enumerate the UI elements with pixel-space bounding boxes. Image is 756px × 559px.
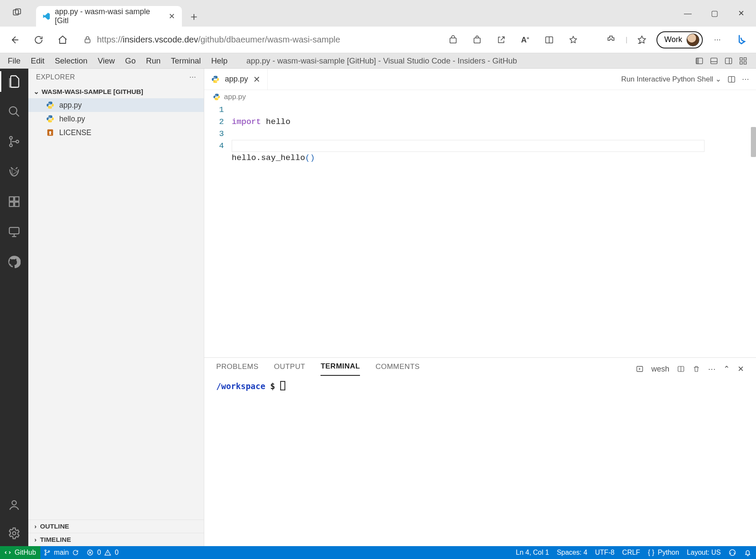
svg-point-14 — [9, 107, 17, 115]
activity-search-icon[interactable] — [6, 104, 22, 119]
file-item-hello-py[interactable]: hello.py — [28, 112, 204, 126]
menu-terminal[interactable]: Terminal — [171, 56, 201, 66]
indent-indicator[interactable]: Spaces: 4 — [557, 549, 587, 556]
run-interactive-shell-button[interactable]: Run Interactive Python Shell ⌄ — [621, 75, 721, 84]
close-editor-icon[interactable]: ✕ — [253, 74, 260, 85]
breadcrumb[interactable]: app.py — [204, 90, 756, 102]
python-icon — [213, 93, 221, 101]
menu-edit[interactable]: Edit — [31, 56, 45, 66]
svg-rect-10 — [740, 57, 743, 60]
panel-more-icon[interactable]: ⋯ — [708, 364, 716, 374]
read-aloud-icon[interactable]: A« — [516, 30, 535, 49]
browser-tab-title: app.py - wasm-wasi sample [Gitl — [55, 7, 164, 25]
more-icon[interactable]: ⋯ — [708, 30, 727, 49]
activity-explorer-icon[interactable] — [6, 74, 22, 89]
encoding-indicator[interactable]: UTF-8 — [595, 549, 614, 556]
more-actions-icon[interactable]: ⋯ — [742, 75, 749, 84]
maximize-panel-icon[interactable]: ⌃ — [723, 364, 730, 374]
panel-tab-problems[interactable]: PROBLEMS — [216, 363, 258, 375]
branch-indicator[interactable]: main — [44, 549, 79, 556]
activity-run-debug-icon[interactable] — [6, 164, 22, 179]
code-content[interactable]: import hello hello.say_hello() — [232, 102, 315, 357]
close-tab-icon[interactable]: ✕ — [169, 12, 175, 21]
close-panel-icon[interactable]: ✕ — [738, 364, 744, 374]
split-terminal-icon[interactable] — [677, 365, 685, 373]
minimap[interactable] — [315, 102, 362, 357]
maximize-button[interactable]: ▢ — [701, 0, 728, 27]
file-item-app-py[interactable]: app.py — [28, 98, 204, 112]
layout-customize-icon[interactable] — [738, 56, 748, 66]
kill-terminal-icon[interactable] — [692, 365, 700, 373]
workspace-header[interactable]: ⌄ WASM-WASI-SAMPLE [GITHUB] — [28, 85, 204, 98]
menu-help[interactable]: Help — [211, 56, 227, 66]
shopping-icon-2[interactable] — [468, 30, 487, 49]
terminal-launch-icon[interactable] — [636, 365, 644, 373]
terminal-shell-label[interactable]: wesh — [651, 365, 669, 374]
activity-extensions-icon[interactable] — [6, 194, 22, 209]
activity-github-icon[interactable] — [6, 254, 22, 269]
file-tree: app.py hello.py LICENSE — [28, 98, 204, 520]
favorites-list-icon[interactable] — [632, 30, 651, 49]
layout-panel-bottom-icon[interactable] — [709, 56, 719, 66]
notifications-icon[interactable] — [744, 549, 752, 556]
terminal[interactable]: /workspace $ — [204, 376, 756, 546]
tab-actions-icon[interactable] — [7, 3, 27, 23]
menu-view[interactable]: View — [98, 56, 115, 66]
problems-indicator[interactable]: 0 0 — [87, 549, 118, 556]
svg-rect-21 — [15, 197, 19, 201]
back-button[interactable] — [5, 30, 24, 49]
license-icon — [45, 128, 55, 137]
vscode-window: File Edit Selection View Go Run Terminal… — [0, 53, 756, 559]
terminal-cursor — [280, 381, 285, 390]
bing-icon[interactable] — [732, 30, 751, 49]
activity-settings-icon[interactable] — [6, 526, 22, 541]
activity-remote-icon[interactable] — [6, 224, 22, 239]
explorer-more-icon[interactable]: ⋯ — [189, 73, 197, 81]
browser-tab[interactable]: app.py - wasm-wasi sample [Gitl ✕ — [36, 6, 182, 27]
panel-tabs: PROBLEMS OUTPUT TERMINAL COMMENTS wesh ⋯… — [204, 358, 756, 376]
menu-file[interactable]: File — [8, 56, 21, 66]
panel-tab-output[interactable]: OUTPUT — [274, 363, 305, 375]
feedback-icon[interactable] — [729, 549, 736, 556]
eol-indicator[interactable]: CRLF — [622, 549, 640, 556]
outline-section[interactable]: › OUTLINE — [28, 520, 204, 533]
workspace-name: WASM-WASI-SAMPLE [GITHUB] — [42, 88, 143, 96]
new-tab-button[interactable]: ＋ — [185, 8, 203, 25]
url-scheme: https:// — [97, 35, 123, 44]
outline-label: OUTLINE — [40, 523, 69, 530]
open-external-icon[interactable] — [492, 30, 511, 49]
svg-point-23 — [12, 501, 16, 505]
activity-source-control-icon[interactable] — [6, 134, 22, 149]
shopping-icon[interactable] — [444, 30, 463, 49]
favorite-icon[interactable] — [564, 30, 583, 49]
menu-selection[interactable]: Selection — [55, 56, 88, 66]
layout-sidebar-right-icon[interactable] — [723, 56, 734, 66]
panel-tab-terminal[interactable]: TERMINAL — [321, 362, 360, 376]
minimize-button[interactable]: — — [674, 0, 701, 27]
address-bar[interactable]: https://insiders.vscode.dev/github/dbaeu… — [77, 30, 438, 49]
code-editor[interactable]: 1 2 3 4 import hello hello.say_hello() — [204, 102, 756, 357]
remote-indicator[interactable]: GitHub — [0, 546, 40, 559]
menu-go[interactable]: Go — [125, 56, 136, 66]
file-item-license[interactable]: LICENSE — [28, 126, 204, 139]
scrollbar[interactable] — [751, 127, 756, 157]
layout-indicator[interactable]: Layout: US — [687, 549, 721, 556]
profile-button[interactable]: Work — [656, 31, 703, 48]
language-indicator[interactable]: { } Python — [648, 549, 679, 556]
layout-sidebar-left-icon[interactable] — [694, 56, 705, 66]
sync-icon[interactable] — [72, 549, 79, 556]
svg-rect-12 — [740, 61, 743, 64]
menu-run[interactable]: Run — [146, 56, 160, 66]
extensions-icon[interactable] — [602, 30, 620, 49]
home-button[interactable] — [53, 30, 72, 49]
timeline-section[interactable]: › TIMELINE — [28, 533, 204, 546]
split-editor-icon[interactable] — [727, 75, 736, 84]
activity-accounts-icon[interactable] — [6, 497, 22, 513]
panel-tab-comments[interactable]: COMMENTS — [375, 363, 420, 375]
close-window-button[interactable]: ✕ — [728, 0, 754, 27]
editor-tab-app-py[interactable]: app.py ✕ — [204, 69, 268, 90]
cursor-position[interactable]: Ln 4, Col 1 — [516, 549, 549, 556]
chevron-down-icon: ⌄ — [715, 75, 721, 83]
split-screen-icon[interactable] — [540, 30, 559, 49]
refresh-button[interactable] — [29, 30, 48, 49]
